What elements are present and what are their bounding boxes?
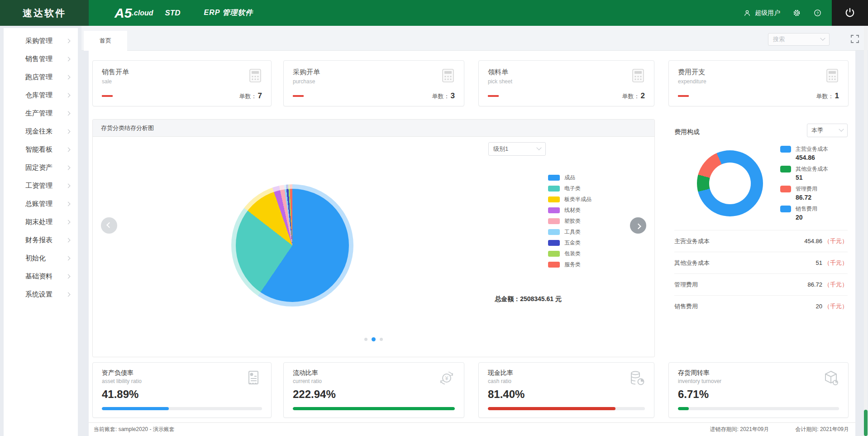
sidebar-item-7[interactable]: 固定资产: [4, 158, 78, 177]
user-menu[interactable]: 超级用户: [743, 8, 780, 19]
sidebar-item-label: 系统设置: [25, 290, 52, 299]
ratio-card-inventory-turnover: 存货周转率 inventory turnover 6.71%: [668, 362, 849, 418]
legend-label: 板类半成品: [564, 196, 591, 203]
chevron-right-icon: [66, 201, 71, 206]
sidebar-item-1[interactable]: 销售管理: [4, 50, 78, 68]
expense-row: 主营业务成本 454.86（千元）: [674, 230, 848, 252]
sidebar-item-11[interactable]: 财务报表: [4, 231, 78, 249]
inventory-pie-chart[interactable]: [236, 189, 349, 302]
legend-value: 20: [796, 214, 828, 221]
expense-row-value: 86.72（千元）: [807, 281, 848, 289]
pie-legend-item[interactable]: 成品: [548, 172, 591, 183]
period-select[interactable]: 本季: [807, 124, 848, 137]
ratio-card-value: 222.94%: [293, 388, 336, 401]
expense-legend-item[interactable]: 管理费用 86.72: [780, 185, 828, 205]
sidebar-item-9[interactable]: 总账管理: [4, 195, 78, 213]
pie-legend-item[interactable]: 电子类: [548, 183, 591, 194]
sidebar-item-5[interactable]: 现金往来: [4, 122, 78, 140]
current-account-label: 当前账套: sample2020 - 演示账套: [94, 426, 175, 433]
invoice-icon: [245, 369, 263, 389]
brand-erp: ERP 管理软件: [204, 8, 253, 18]
expense-row-unit: （千元）: [824, 259, 848, 266]
user-icon: [743, 8, 752, 19]
legend-label: 包装类: [564, 250, 581, 258]
brand-area: A5.cloud STD ERP 管理软件: [89, 0, 743, 26]
chevron-right-icon: [66, 274, 71, 278]
chevron-down-icon: [536, 145, 541, 150]
inventory-period-label: 进销存期间: 2021年09月: [710, 426, 769, 433]
sidebar-item-12[interactable]: 初始化: [4, 249, 78, 267]
pie-legend-item[interactable]: 线材类: [548, 205, 591, 216]
ratio-card-title: 现金比率: [488, 369, 513, 377]
app-logo: 速达软件: [0, 0, 89, 26]
sidebar-item-3[interactable]: 仓库管理: [4, 86, 78, 104]
expense-legend-item[interactable]: 其他业务成本 51: [780, 165, 828, 185]
sidebar-item-label: 初始化: [25, 254, 46, 263]
expense-panel-title: 费用构成: [674, 128, 700, 136]
sidebar-item-6[interactable]: 智能看板: [4, 140, 78, 158]
pie-legend-item[interactable]: 包装类: [548, 248, 591, 259]
level-select[interactable]: 级别1: [488, 142, 546, 156]
carousel-dot[interactable]: [364, 338, 367, 341]
search-placeholder: 搜索: [773, 35, 785, 43]
legend-label: 工具类: [564, 228, 581, 236]
chevron-right-icon: [66, 292, 71, 297]
pie-legend-item[interactable]: 五金类: [548, 237, 591, 248]
carousel-dot[interactable]: [380, 338, 383, 341]
legend-swatch: [548, 240, 560, 246]
coins-icon: [628, 369, 646, 389]
sidebar-item-10[interactable]: 期末处理: [4, 213, 78, 231]
settings-gear-icon[interactable]: [792, 8, 801, 19]
legend-swatch: [780, 146, 791, 153]
carousel-dot-active[interactable]: [372, 337, 376, 341]
stat-card-count: 单数：2: [622, 91, 645, 101]
sidebar-item-13[interactable]: 基础资料: [4, 267, 78, 285]
sidebar-item-0[interactable]: 采购管理: [4, 32, 78, 50]
expense-donut-chart[interactable]: [697, 150, 763, 216]
legend-swatch: [548, 218, 560, 224]
stat-card-subtitle: sale: [102, 78, 112, 85]
expense-legend-item[interactable]: 销售费用 20: [780, 205, 828, 225]
fullscreen-icon[interactable]: [850, 34, 860, 44]
tab-home[interactable]: 首页: [84, 31, 127, 51]
stat-card-expenditure[interactable]: 费用开支 expenditure 单数：1: [668, 60, 849, 106]
user-name: 超级用户: [755, 9, 780, 17]
svg-text:¥: ¥: [445, 375, 448, 382]
expense-row-value: 454.86（千元）: [804, 237, 848, 245]
help-icon[interactable]: ?: [813, 8, 822, 19]
stat-card-pick-sheet[interactable]: 领料单 pick sheet 单数：2: [478, 60, 654, 106]
carousel-next-button[interactable]: [630, 217, 646, 234]
legend-value: 86.72: [796, 194, 828, 201]
sidebar-item-8[interactable]: 工资管理: [4, 177, 78, 195]
expense-composition-panel: 费用构成 本季 主营业务成本 454.86 其他业务成本 51 管理费用 86.…: [668, 119, 849, 357]
sidebar-item-14[interactable]: 系统设置: [4, 285, 78, 303]
sidebar-item-4[interactable]: 生产管理: [4, 104, 78, 122]
stat-card-sale[interactable]: 销售开单 sale 单数：7: [92, 60, 272, 106]
pie-legend-item[interactable]: 工具类: [548, 226, 591, 237]
search-select[interactable]: 搜索: [768, 33, 830, 46]
expense-row-unit: （千元）: [824, 281, 848, 288]
box-icon: [822, 369, 840, 389]
carousel-prev-button[interactable]: [101, 217, 117, 234]
legend-label: 管理费用: [796, 185, 817, 193]
logout-power-button[interactable]: [832, 0, 868, 26]
svg-text:?: ?: [816, 11, 819, 15]
level-select-value: 级别1: [493, 145, 508, 153]
legend-swatch: [548, 229, 560, 235]
expense-row-value: 51（千元）: [816, 259, 848, 267]
ratio-progress-bar: [102, 407, 262, 410]
pie-legend-item[interactable]: 塑胶类: [548, 216, 591, 226]
sidebar: 采购管理 销售管理 跑店管理 仓库管理 生产管理 现金往来 智能看板 固定资产 …: [4, 28, 78, 436]
ratio-card-title: 存货周转率: [678, 369, 710, 377]
expense-legend-item[interactable]: 主营业务成本 454.86: [780, 145, 828, 165]
stat-card-purchase[interactable]: 采购开单 purchase 单数：3: [283, 60, 464, 106]
legend-label: 主营业务成本: [796, 145, 828, 153]
legend-swatch: [780, 166, 791, 172]
sidebar-item-2[interactable]: 跑店管理: [4, 68, 78, 86]
pie-legend-item[interactable]: 板类半成品: [548, 194, 591, 205]
expense-row: 其他业务成本 51（千元）: [674, 252, 848, 273]
expense-row-unit: （千元）: [824, 238, 848, 244]
expense-row: 销售费用 20（千元）: [674, 295, 848, 317]
pie-legend-item[interactable]: 服务类: [548, 259, 591, 270]
scrollbar-thumb[interactable]: [864, 410, 868, 436]
